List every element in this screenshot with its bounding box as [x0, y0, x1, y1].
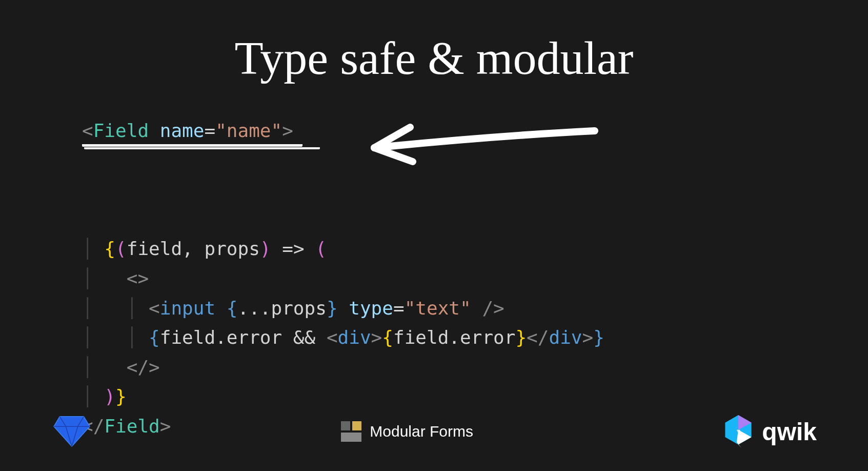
token-paren-close: ): [260, 238, 271, 259]
modular-forms-icon: [341, 421, 361, 442]
token-brace-close: }: [327, 298, 338, 319]
token-brace-open2: {: [382, 327, 393, 348]
code-line-2: │ {(field, props) => (: [82, 234, 827, 264]
token-dot: .: [215, 327, 227, 348]
slide-title: Type safe & modular: [41, 31, 827, 85]
token-error2: error: [460, 327, 515, 348]
token-gt: >: [371, 327, 382, 348]
token-tag-input: input: [160, 298, 215, 319]
token-brace-close2: }: [515, 327, 527, 348]
token-space: [215, 298, 227, 319]
token-lt-slash: </: [527, 327, 549, 348]
token-lt: <: [149, 298, 160, 319]
token-field: field: [160, 327, 215, 348]
gem-logo-icon: [51, 413, 92, 450]
token-space: [471, 298, 482, 319]
token-gt2: >: [582, 327, 593, 348]
token-string-text: "text": [405, 298, 471, 319]
underline-marker-1: [82, 142, 302, 147]
token-param-field: field: [127, 238, 182, 259]
code-line-7: │ )}: [82, 382, 827, 411]
qwik-label: qwik: [762, 418, 817, 446]
code-line-1: <Field name="name">: [82, 116, 827, 234]
token-fragment-close: </>: [127, 357, 160, 378]
token-brace-open: {: [149, 327, 160, 348]
token-component-field: Field: [93, 120, 149, 141]
token-brace-close: }: [593, 327, 604, 348]
token-space: [338, 298, 349, 319]
token-attr-type: type: [349, 298, 393, 319]
token-param-props: props: [204, 238, 259, 259]
token-paren-close: ): [104, 386, 115, 407]
slide-container: Type safe & modular <Field name="name"> …: [0, 0, 868, 471]
token-tag-div: div: [338, 327, 371, 348]
token-spread: ...: [237, 298, 271, 319]
token-arrow: =>: [271, 238, 316, 259]
modular-forms-logo: Modular Forms: [341, 421, 473, 442]
token-paren-open: (: [115, 238, 127, 259]
token-eq: =: [393, 298, 405, 319]
token-string-name: "name": [215, 120, 282, 141]
token-angle-open: <: [82, 120, 93, 141]
code-line-6: │ </>: [82, 352, 827, 382]
token-brace-open: {: [227, 298, 238, 319]
token-props: props: [271, 298, 327, 319]
underline-marker-2: [84, 147, 320, 149]
token-comma: ,: [182, 238, 204, 259]
token-self-close: />: [482, 298, 504, 319]
token-dot2: .: [449, 327, 460, 348]
modular-forms-label: Modular Forms: [370, 423, 473, 440]
token-attr-name: name: [160, 120, 205, 141]
token-equals: =: [204, 120, 215, 141]
token-space: [149, 120, 160, 141]
svg-marker-0: [54, 417, 90, 446]
qwik-icon: [722, 413, 755, 450]
code-line-5: │ │ {field.error && <div>{field.error}</…: [82, 323, 827, 352]
token-lt: <: [327, 327, 338, 348]
token-brace-close: }: [115, 386, 127, 407]
footer: Modular Forms qwik: [0, 413, 868, 450]
token-fragment-open: <>: [127, 268, 149, 289]
qwik-logo: qwik: [722, 413, 817, 450]
code-block: <Field name="name"> │ {(field, props) =>…: [82, 116, 827, 441]
token-brace-open: {: [104, 238, 115, 259]
token-tag-div2: div: [549, 327, 582, 348]
token-paren-open2: (: [315, 238, 327, 259]
code-line-4: │ │ <input {...props} type="text" />: [82, 293, 827, 323]
token-field2: field: [393, 327, 449, 348]
token-error: error: [227, 327, 282, 348]
code-line-3: │ <>: [82, 264, 827, 293]
token-and: &&: [282, 327, 327, 348]
token-angle-close: >: [282, 120, 293, 141]
